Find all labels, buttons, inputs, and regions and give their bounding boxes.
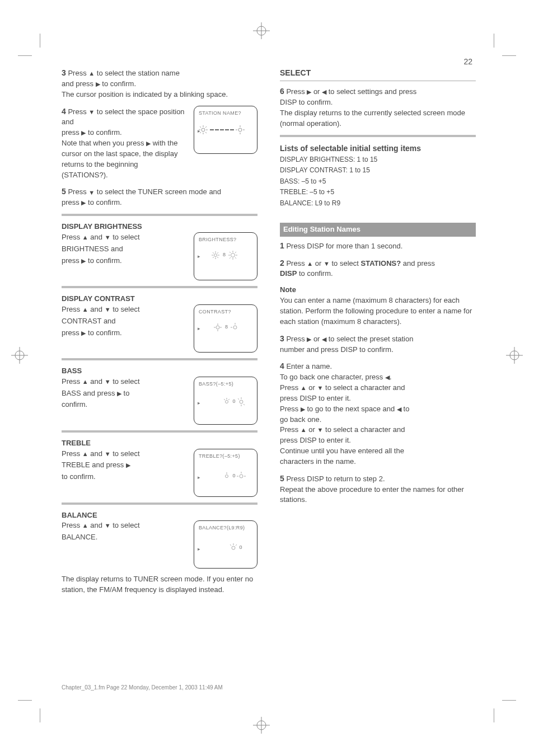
body-text: press [62,128,81,137]
body-text: to confirm. [62,472,188,482]
right-arrow-icon: ▶ [117,391,121,397]
up-arrow-icon: ▲ [88,71,95,77]
body-text: or [311,87,322,96]
left-arrow-icon: ◀ [322,89,326,95]
pointer-icon: ▸ [198,546,200,553]
crop-mark-tr [494,34,516,56]
svg-point-56 [240,400,243,403]
down-arrow-icon: ▼ [105,451,111,457]
body-text: or [307,383,317,392]
svg-line-31 [213,252,214,253]
body-text: The cursor position is indicated by a bl… [62,90,257,100]
body-text: and [88,305,105,313]
body-text: go back one. [280,415,476,425]
sun-dim-icon [211,251,220,260]
body-text: Press [280,405,301,413]
svg-line-54 [224,399,225,400]
step-3: 3 Press ▲ to select the station name and… [62,67,257,100]
right-arrow-icon: ▶ [301,406,305,412]
svg-line-20 [200,132,201,133]
lcd-title: STATION NAME? [199,110,252,117]
sun-icon [199,125,208,134]
body-text: and [88,449,105,458]
lcd-title: CONTRAST? [199,308,252,316]
down-arrow-icon: ▼ [317,427,324,433]
svg-line-34 [213,257,214,258]
divider [62,286,257,288]
body-text: Continue until you have entered all the [280,446,476,457]
svg-line-69 [230,544,231,546]
svg-line-42 [235,252,236,253]
down-arrow-icon: ▼ [105,307,111,313]
pointer-icon: ▸ [198,325,200,332]
divider [62,214,257,216]
body-text: to go to the next space and [305,405,397,413]
sun-icon [213,323,222,332]
svg-line-40 [229,252,231,253]
right-arrow-icon: ▶ [126,462,130,468]
svg-line-32 [217,257,218,258]
body-text: to select settings and press [326,87,416,96]
body-text: To go back one character, press [280,373,385,381]
body-text: (STATIONS?). [62,170,188,181]
body-text: to [401,405,409,413]
edit-step-2: 2 Press ▲ or ▼ to select STATIONS? and p… [280,257,476,280]
body-text: to select [111,521,140,529]
body-text: returns to the beginning [62,159,188,170]
registration-mark-right [506,347,523,364]
body-text: The display returns to the currently sel… [280,108,476,129]
body-text: to select a character and [323,383,405,392]
body-text: Press [68,69,88,77]
body-text: to confirm. [297,269,332,278]
body-text: Press DISP for more than 1 second. [286,242,402,250]
body-text: The display returns to TUNER screen mode… [62,574,257,595]
sun-icon [222,472,231,481]
body-text: to confirm. [86,198,121,206]
body-text: cursor on the last space, the display [62,149,188,159]
body-text: to select the station name [95,69,180,77]
svg-point-67 [232,546,235,550]
step-num: 1 [280,241,284,250]
body-text: Press [286,87,307,96]
svg-line-60 [243,404,245,405]
body-text: press [62,198,81,206]
initial-settings-heading: Lists of selectable initial setting item… [280,143,476,154]
registration-mark-top [253,22,270,39]
lcd-title: BALANCE?(L9:R9) [199,524,252,532]
step-num: 4 [280,361,284,370]
body-text: to select [111,305,140,313]
down-arrow-icon: ▼ [105,523,111,529]
stations-key: STATIONS? [360,259,401,267]
sun-icon [222,397,231,406]
body-text: press DISP to enter it. [280,435,476,446]
down-arrow-icon: ▼ [317,385,324,391]
up-arrow-icon: ▲ [82,234,88,241]
svg-line-41 [235,257,236,259]
body-text: Press DISP to return to step 2. [286,475,385,483]
select-heading: SELECT [280,67,476,78]
left-arrow-icon: ◀ [397,406,401,412]
body-text: Repeat the above procedure to enter the … [280,485,476,506]
body-text: Press [280,425,301,434]
up-arrow-icon: ▲ [307,261,313,267]
body-text: TREBLE and press [62,461,126,469]
down-arrow-icon: ▼ [88,190,95,196]
step-6: 6 Press ▶ or ◀ to select settings and pr… [280,86,476,129]
pointer-icon: ▸ [198,474,200,481]
sun-bright-icon [228,251,237,260]
list-item: TREBLE: –5 to +5 [280,187,476,197]
divider [62,503,257,505]
up-arrow-icon: ▲ [301,427,307,433]
bass-label: BASS [62,366,257,377]
body-text: or [313,259,324,267]
disp-key: DISP [280,269,297,278]
divider [62,358,257,360]
step-num: 4 [62,107,66,116]
body-text: Press [68,107,88,116]
body-text: number and press DISP to confirm. [280,345,476,355]
step-4: 4 Press ▼ to select the space position a… [62,106,257,181]
body-text: Press [286,335,307,343]
step-num: 5 [62,187,66,196]
body-text: press [62,256,81,265]
body-text: Press [62,521,82,529]
